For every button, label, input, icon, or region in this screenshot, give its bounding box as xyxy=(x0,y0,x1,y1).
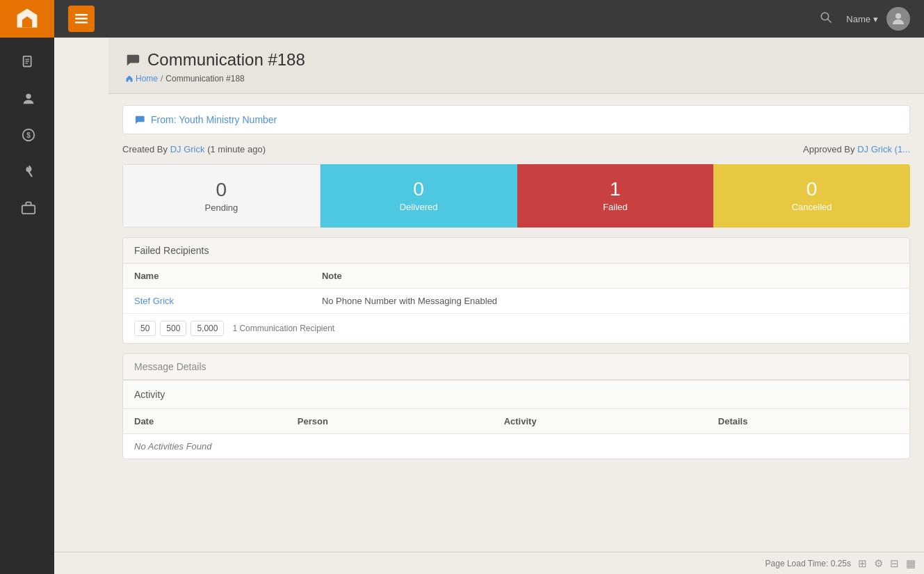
activity-empty-message: No Activities Found xyxy=(123,434,909,459)
pagination-5000[interactable]: 5,000 xyxy=(191,321,224,336)
sidebar-item-people[interactable] xyxy=(0,81,54,117)
sidebar-item-tools[interactable] xyxy=(0,153,54,189)
activity-empty-row: No Activities Found xyxy=(123,434,909,459)
layout-icon[interactable]: ▦ xyxy=(906,557,916,570)
stat-cancelled-label: Cancelled xyxy=(724,202,899,212)
message-details-header: Message Details xyxy=(122,353,910,380)
stat-delivered-value: 0 xyxy=(332,178,506,200)
stat-pending[interactable]: 0 Pending xyxy=(122,164,321,228)
svg-rect-10 xyxy=(75,22,88,24)
created-by-link[interactable]: DJ Grick xyxy=(170,144,205,154)
stat-failed-label: Failed xyxy=(528,202,703,212)
pagination-500[interactable]: 500 xyxy=(160,321,186,336)
col-name: Name xyxy=(123,264,311,289)
sidebar-item-briefcase[interactable] xyxy=(0,189,54,225)
svg-rect-9 xyxy=(75,18,88,20)
settings-icon[interactable]: ⚙ xyxy=(874,557,883,570)
sidebar-nav: $ xyxy=(0,45,54,225)
stat-failed[interactable]: 1 Failed xyxy=(517,164,714,228)
breadcrumb-home-link[interactable]: Home xyxy=(125,74,158,83)
from-chat-icon xyxy=(134,114,145,125)
sidebar: $ xyxy=(0,0,54,574)
chat-icon xyxy=(125,52,140,67)
content-area: From: Youth Ministry Number Created By D… xyxy=(108,94,924,470)
svg-text:$: $ xyxy=(26,131,31,139)
table-row: Stef Grick No Phone Number with Messagin… xyxy=(123,289,909,314)
search-icon[interactable] xyxy=(820,11,832,26)
sidebar-item-documents[interactable] xyxy=(0,45,54,81)
pagination-row: 50 500 5,000 1 Communication Recipient xyxy=(123,314,909,343)
svg-rect-8 xyxy=(75,14,88,16)
col-details: Details xyxy=(707,409,909,434)
failed-recipients-panel: Failed Recipients Name Note Stef Grick N… xyxy=(122,237,910,344)
approved-by-link[interactable]: DJ Grick (1... xyxy=(857,144,910,154)
stat-delivered[interactable]: 0 Delivered xyxy=(321,164,517,228)
stat-pending-label: Pending xyxy=(134,202,309,213)
from-bar: From: Youth Ministry Number xyxy=(122,105,910,134)
svg-line-12 xyxy=(828,19,832,22)
sidebar-item-finance[interactable]: $ xyxy=(0,117,54,153)
pagination-info: 1 Communication Recipient xyxy=(232,324,334,333)
breadcrumb: Home / Communication #188 xyxy=(125,74,907,83)
failed-recipients-header: Failed Recipients xyxy=(123,238,909,264)
col-activity: Activity xyxy=(493,409,707,434)
pagination-50[interactable]: 50 xyxy=(134,321,156,336)
menu-button[interactable] xyxy=(68,6,95,32)
stat-pending-value: 0 xyxy=(134,179,309,201)
svg-point-4 xyxy=(26,94,31,99)
col-date: Date xyxy=(123,409,286,434)
stat-cancelled[interactable]: 0 Cancelled xyxy=(713,164,910,228)
recipient-name-cell: Stef Grick xyxy=(123,289,311,314)
sidebar-logo[interactable] xyxy=(0,0,54,38)
approved-by: Approved By DJ Grick (1... xyxy=(803,144,910,154)
svg-point-11 xyxy=(822,13,829,20)
stat-delivered-label: Delivered xyxy=(332,202,506,212)
main-content: Communication #188 Home / Communication … xyxy=(108,38,924,574)
recipient-note-cell: No Phone Number with Messaging Enabled xyxy=(311,289,909,314)
breadcrumb-current: Communication #188 xyxy=(165,74,244,83)
activity-title: Activity xyxy=(123,381,909,409)
page-load-time: Page Load Time: 0.25s xyxy=(765,559,851,568)
col-note: Note xyxy=(311,264,909,289)
username-button[interactable]: Name ▾ xyxy=(846,14,878,24)
meta-row: Created By DJ Grick (1 minute ago) Appro… xyxy=(122,144,910,154)
svg-point-13 xyxy=(895,13,901,19)
stat-failed-value: 1 xyxy=(528,178,703,200)
page-title: Communication #188 xyxy=(125,50,907,70)
tree-icon[interactable]: ⊟ xyxy=(890,557,899,570)
home-icon xyxy=(125,74,133,83)
activity-table: Date Person Activity Details No Activiti… xyxy=(123,409,909,459)
topbar: Name ▾ xyxy=(54,0,924,38)
created-by: Created By DJ Grick (1 minute ago) xyxy=(122,144,266,154)
stats-row: 0 Pending 0 Delivered 1 Failed 0 Cancell… xyxy=(122,164,910,228)
svg-rect-7 xyxy=(22,205,34,214)
page-header: Communication #188 Home / Communication … xyxy=(108,38,924,94)
recipient-link[interactable]: Stef Grick xyxy=(134,296,174,306)
stat-cancelled-value: 0 xyxy=(724,178,899,200)
grid-icon[interactable]: ⊞ xyxy=(858,557,867,570)
footer-bar: Page Load Time: 0.25s ⊞ ⚙ ⊟ ▦ xyxy=(54,552,924,574)
activity-panel: Activity Date Person Activity Details No… xyxy=(122,380,910,459)
col-person: Person xyxy=(286,409,493,434)
user-avatar[interactable] xyxy=(886,7,910,31)
failed-recipients-table: Name Note Stef Grick No Phone Number wit… xyxy=(123,264,909,314)
